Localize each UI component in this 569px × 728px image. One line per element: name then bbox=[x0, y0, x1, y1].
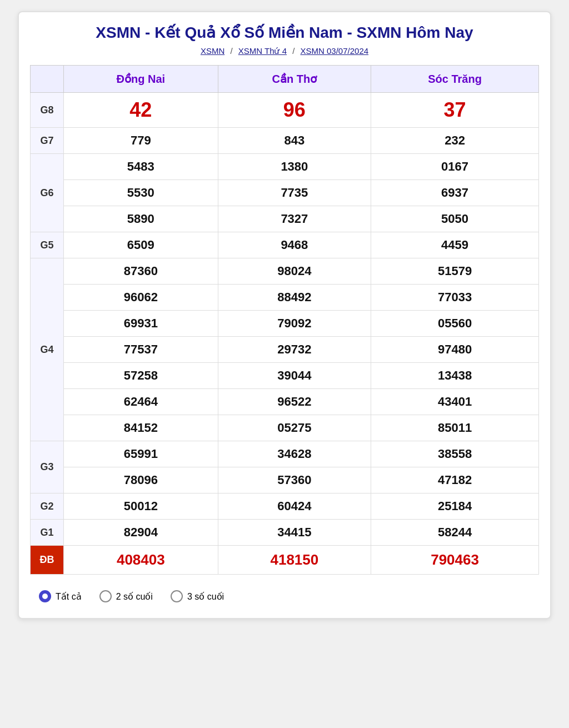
g2-cantho: 60424 bbox=[218, 493, 371, 520]
g3-2-dongnai: 78096 bbox=[64, 467, 218, 493]
g4-2-soctrang: 77033 bbox=[371, 285, 539, 311]
col-header-soctrang: Sóc Trăng bbox=[371, 66, 539, 93]
g2-dongnai: 50012 bbox=[64, 493, 218, 520]
g3-1-dongnai: 65991 bbox=[64, 441, 218, 467]
g3-1-soctrang: 38558 bbox=[371, 441, 539, 467]
prize-label-g8: G8 bbox=[31, 93, 64, 128]
table-row: 96062 88492 77033 bbox=[31, 285, 539, 311]
table-row: 78096 57360 47182 bbox=[31, 467, 539, 493]
filter-footer: Tất cả 2 số cuối 3 số cuối bbox=[30, 586, 539, 607]
filter-2cuoi-label: 2 số cuối bbox=[116, 591, 153, 602]
prize-label-g7: G7 bbox=[31, 128, 64, 154]
g6-2-soctrang: 6937 bbox=[371, 180, 539, 206]
g1-cantho: 34415 bbox=[218, 520, 371, 546]
radio-all bbox=[39, 590, 51, 602]
prize-label-g3: G3 bbox=[31, 441, 64, 493]
g2-soctrang: 25184 bbox=[371, 493, 539, 520]
g8-dongnai: 42 bbox=[64, 93, 218, 128]
table-row: 77537 29732 97480 bbox=[31, 337, 539, 363]
radio-3cuoi bbox=[171, 590, 183, 602]
g4-7-soctrang: 85011 bbox=[371, 415, 539, 441]
table-row: 57258 39044 13438 bbox=[31, 363, 539, 389]
g4-4-soctrang: 97480 bbox=[371, 337, 539, 363]
g4-3-cantho: 79092 bbox=[218, 311, 371, 337]
table-row: G7 779 843 232 bbox=[31, 128, 539, 154]
g4-5-dongnai: 57258 bbox=[64, 363, 218, 389]
g4-4-cantho: 29732 bbox=[218, 337, 371, 363]
table-row: G6 5483 1380 0167 bbox=[31, 154, 539, 180]
table-row: 62464 96522 43401 bbox=[31, 389, 539, 415]
g3-2-soctrang: 47182 bbox=[371, 467, 539, 493]
db-dongnai: 408403 bbox=[64, 546, 218, 575]
g6-2-dongnai: 5530 bbox=[64, 180, 218, 206]
g8-soctrang: 37 bbox=[371, 93, 539, 128]
g4-3-dongnai: 69931 bbox=[64, 311, 218, 337]
table-row: 5530 7735 6937 bbox=[31, 180, 539, 206]
g6-1-soctrang: 0167 bbox=[371, 154, 539, 180]
g4-6-cantho: 96522 bbox=[218, 389, 371, 415]
g4-5-cantho: 39044 bbox=[218, 363, 371, 389]
prize-label-g2: G2 bbox=[31, 493, 64, 520]
g4-1-dongnai: 87360 bbox=[64, 258, 218, 285]
table-row: 69931 79092 05560 bbox=[31, 311, 539, 337]
g4-1-soctrang: 51579 bbox=[371, 258, 539, 285]
filter-2cuoi[interactable]: 2 số cuối bbox=[99, 590, 153, 602]
g4-1-cantho: 98024 bbox=[218, 258, 371, 285]
breadcrumb-thu4[interactable]: XSMN Thứ 4 bbox=[238, 46, 287, 56]
breadcrumb: XSMN / XSMN Thứ 4 / XSMN 03/07/2024 bbox=[30, 46, 539, 56]
main-container: XSMN - Kết Quả Xổ Số Miền Nam - SXMN Hôm… bbox=[18, 11, 551, 619]
g7-dongnai: 779 bbox=[64, 128, 218, 154]
col-header-label bbox=[31, 66, 64, 93]
g4-4-dongnai: 77537 bbox=[64, 337, 218, 363]
table-row: G2 50012 60424 25184 bbox=[31, 493, 539, 520]
table-row: G5 6509 9468 4459 bbox=[31, 232, 539, 258]
prize-label-g4: G4 bbox=[31, 258, 64, 441]
results-table: Đồng Nai Cần Thơ Sóc Trăng G8 42 96 37 G… bbox=[30, 65, 539, 575]
g4-2-cantho: 88492 bbox=[218, 285, 371, 311]
g6-3-dongnai: 5890 bbox=[64, 206, 218, 232]
prize-label-db: ĐB bbox=[31, 546, 64, 575]
g4-2-dongnai: 96062 bbox=[64, 285, 218, 311]
g4-6-soctrang: 43401 bbox=[371, 389, 539, 415]
col-header-cantho: Cần Thơ bbox=[218, 66, 371, 93]
g4-5-soctrang: 13438 bbox=[371, 363, 539, 389]
g5-dongnai: 6509 bbox=[64, 232, 218, 258]
g4-7-cantho: 05275 bbox=[218, 415, 371, 441]
g6-1-cantho: 1380 bbox=[218, 154, 371, 180]
filter-3cuoi[interactable]: 3 số cuối bbox=[171, 590, 224, 602]
table-row: G3 65991 34628 38558 bbox=[31, 441, 539, 467]
table-row: G8 42 96 37 bbox=[31, 93, 539, 128]
g4-7-dongnai: 84152 bbox=[64, 415, 218, 441]
g6-1-dongnai: 5483 bbox=[64, 154, 218, 180]
g7-cantho: 843 bbox=[218, 128, 371, 154]
col-header-dongnai: Đồng Nai bbox=[64, 66, 218, 93]
filter-all-label: Tất cả bbox=[56, 591, 82, 602]
g1-dongnai: 82904 bbox=[64, 520, 218, 546]
g6-3-cantho: 7327 bbox=[218, 206, 371, 232]
g4-3-soctrang: 05560 bbox=[371, 311, 539, 337]
filter-3cuoi-label: 3 số cuối bbox=[187, 591, 224, 602]
breadcrumb-xsmn[interactable]: XSMN bbox=[201, 46, 224, 56]
prize-label-g1: G1 bbox=[31, 520, 64, 546]
g7-soctrang: 232 bbox=[371, 128, 539, 154]
g5-cantho: 9468 bbox=[218, 232, 371, 258]
g6-2-cantho: 7735 bbox=[218, 180, 371, 206]
g5-soctrang: 4459 bbox=[371, 232, 539, 258]
table-row: 5890 7327 5050 bbox=[31, 206, 539, 232]
table-row-db: ĐB 408403 418150 790463 bbox=[31, 546, 539, 575]
db-cantho: 418150 bbox=[218, 546, 371, 575]
g3-1-cantho: 34628 bbox=[218, 441, 371, 467]
prize-label-g5: G5 bbox=[31, 232, 64, 258]
db-soctrang: 790463 bbox=[371, 546, 539, 575]
prize-label-g6: G6 bbox=[31, 154, 64, 232]
breadcrumb-date[interactable]: XSMN 03/07/2024 bbox=[301, 46, 369, 56]
g6-3-soctrang: 5050 bbox=[371, 206, 539, 232]
g8-cantho: 96 bbox=[218, 93, 371, 128]
table-row: G4 87360 98024 51579 bbox=[31, 258, 539, 285]
page-title: XSMN - Kết Quả Xổ Số Miền Nam - SXMN Hôm… bbox=[30, 23, 539, 42]
g1-soctrang: 58244 bbox=[371, 520, 539, 546]
g3-2-cantho: 57360 bbox=[218, 467, 371, 493]
filter-all[interactable]: Tất cả bbox=[39, 590, 82, 602]
table-row: 84152 05275 85011 bbox=[31, 415, 539, 441]
table-row: G1 82904 34415 58244 bbox=[31, 520, 539, 546]
